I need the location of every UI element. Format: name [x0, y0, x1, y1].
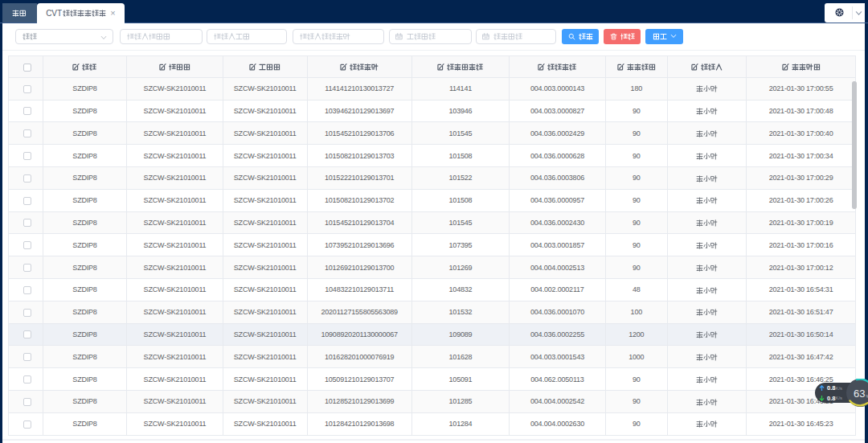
svg-text:63: 63	[854, 387, 865, 399]
